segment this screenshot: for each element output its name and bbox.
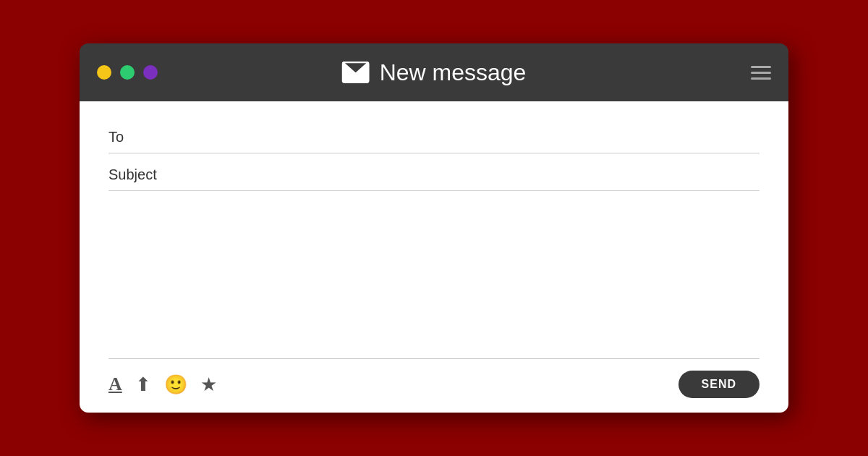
subject-field-row: Subject [109, 153, 760, 191]
bottom-toolbar: A ⬆ 🙂 ★ SEND [109, 358, 760, 398]
to-label: To [109, 129, 166, 145]
hamburger-line-1 [751, 66, 771, 68]
emoji-icon[interactable]: 🙂 [164, 373, 187, 396]
toolbar-icons: A ⬆ 🙂 ★ [109, 373, 217, 396]
send-button[interactable]: SEND [678, 371, 760, 398]
hamburger-line-3 [751, 77, 771, 80]
email-compose-window: New message To Subject A ⬆ � [80, 43, 788, 413]
to-input[interactable] [166, 130, 760, 145]
traffic-light-green[interactable] [120, 65, 135, 80]
body-textarea[interactable] [109, 191, 760, 358]
hamburger-menu[interactable] [751, 66, 771, 80]
upload-icon[interactable]: ⬆ [135, 373, 151, 396]
traffic-lights [97, 65, 158, 80]
subject-label: Subject [109, 166, 166, 183]
subject-input[interactable] [166, 167, 760, 182]
page-title: New message [380, 59, 527, 86]
traffic-light-yellow[interactable] [97, 65, 111, 80]
star-icon[interactable]: ★ [200, 373, 217, 396]
compose-body: To Subject A ⬆ 🙂 ★ SEND [80, 101, 788, 413]
mail-icon [342, 62, 370, 83]
font-format-icon[interactable]: A [109, 373, 122, 395]
hamburger-line-2 [751, 72, 771, 74]
titlebar: New message [80, 43, 788, 101]
title-center: New message [342, 59, 527, 86]
body-area [109, 191, 760, 358]
traffic-light-purple[interactable] [143, 65, 158, 80]
to-field-row: To [109, 116, 760, 153]
